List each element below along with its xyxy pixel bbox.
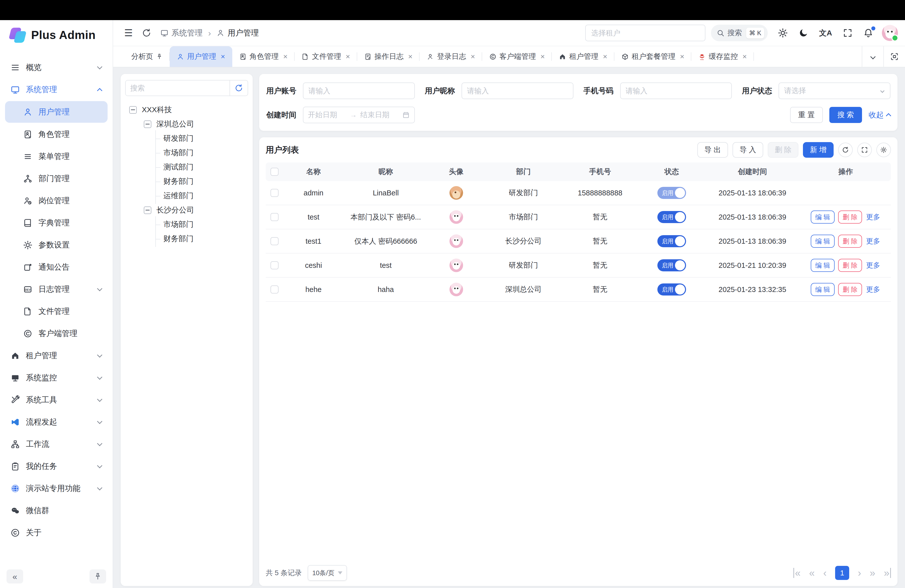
sidebar-item[interactable]: 流程发起 [0,411,113,433]
more-button[interactable]: 更多 [865,235,881,248]
tree-node[interactable]: 财务部门 [125,174,248,189]
sidebar-item[interactable]: 演示站专用功能 [0,477,113,499]
filter-date-range[interactable]: 开始日期 → 结束日期 [303,106,415,123]
table-fullscreen-button[interactable] [857,143,872,157]
tree-collapse-icon[interactable] [144,207,151,214]
tree-node[interactable]: 测试部门 [125,160,248,174]
tab[interactable]: 角色管理 × [232,46,295,67]
tab[interactable]: 分析页 [124,46,170,67]
tab[interactable]: 文件管理 × [295,46,357,67]
tab-close-icon[interactable]: × [346,52,350,61]
tab-close-icon[interactable]: × [221,52,225,61]
tree-node[interactable]: 长沙分公司 [125,203,248,217]
app-logo[interactable]: Plus Admin [0,20,113,50]
sidebar-item[interactable]: 系统管理 [0,78,113,100]
table-settings-button[interactable] [876,143,891,157]
tree-node[interactable]: 深圳总公司 [125,117,248,131]
tab-close-icon[interactable]: × [680,52,684,61]
hamburger-icon[interactable]: ☰ [124,27,133,38]
status-toggle[interactable]: 启用 [657,211,686,223]
table-refresh-button[interactable] [838,143,853,157]
tree-collapse-icon[interactable] [129,106,137,114]
jump-back-button[interactable]: « [809,568,815,578]
row-checkbox[interactable] [270,213,279,221]
sidebar-item[interactable]: 工作流 [0,433,113,455]
sidebar-item[interactable]: 租户管理 [0,345,113,367]
filter-nickname-input[interactable] [462,83,573,99]
tree-refresh-button[interactable] [230,81,248,95]
sidebar-item[interactable]: 微信群 [0,499,113,521]
more-button[interactable]: 更多 [865,210,881,224]
dark-mode-moon-icon[interactable] [799,28,808,38]
tab-close-icon[interactable]: × [603,52,607,61]
sidebar-item[interactable]: DEV 日志管理 [0,278,113,300]
tree-node[interactable]: 市场部门 [125,217,248,232]
row-checkbox[interactable] [270,237,279,245]
tab[interactable]: 用户管理 × [170,46,232,67]
edit-button[interactable]: 编 辑 [811,283,835,296]
delete-button[interactable]: 删 除 [768,142,799,158]
status-toggle[interactable]: 启用 [657,187,686,199]
sidebar-item[interactable]: 菜单管理 [0,145,113,167]
tabs-dropdown-button[interactable] [862,46,883,67]
tree-collapse-icon[interactable] [144,121,151,128]
more-button[interactable]: 更多 [865,259,881,272]
sidebar-item[interactable]: 系统工具 [0,389,113,411]
sidebar-item[interactable]: 角色管理 [0,123,113,145]
sidebar-item[interactable]: 岗位管理 [0,190,113,212]
pin-icon[interactable] [156,53,163,60]
sidebar-item[interactable]: 通知公告 [0,256,113,278]
tree-node[interactable]: 市场部门 [125,146,248,160]
language-translate-icon[interactable]: 文A [819,28,832,38]
row-delete-button[interactable]: 删 除 [838,235,862,248]
tab-close-icon[interactable]: × [742,52,747,61]
notification-bell-icon[interactable] [863,28,873,38]
sidebar-item[interactable]: 关于 [0,521,113,544]
tree-node[interactable]: XXX科技 [125,103,248,117]
sidebar-item[interactable]: 字典管理 [0,212,113,234]
row-checkbox[interactable] [270,261,279,269]
import-button[interactable]: 导 入 [732,142,763,158]
filter-status-select[interactable]: 请选择 [778,83,891,99]
tab-close-icon[interactable]: × [471,52,475,61]
status-toggle[interactable]: 启用 [657,235,686,247]
tab[interactable]: 租户套餐管理 × [614,46,692,67]
sidebar-item[interactable]: 文件管理 [0,300,113,323]
export-button[interactable]: 导 出 [697,142,728,158]
status-toggle[interactable]: 启用 [657,259,686,271]
content-fullscreen-button[interactable] [883,46,905,67]
sidebar-pin-button[interactable] [89,569,106,583]
collapse-filters-link[interactable]: 收起 [868,110,891,120]
prev-page-button[interactable]: ‹ [823,568,827,578]
global-search[interactable]: 搜索 ⌘ K [711,25,768,41]
tab[interactable]: 租户管理 × [552,46,614,67]
last-page-button[interactable]: » [884,568,891,578]
row-delete-button[interactable]: 删 除 [838,210,862,224]
edit-button[interactable]: 编 辑 [811,259,835,272]
row-delete-button[interactable]: 删 除 [838,283,862,296]
edit-button[interactable]: 编 辑 [811,210,835,224]
current-page-button[interactable]: 1 [835,566,849,580]
tab[interactable]: 客户端管理 × [482,46,552,67]
sidebar-item[interactable]: 客户端管理 [0,323,113,345]
search-button[interactable]: 搜 索 [829,107,862,123]
settings-gear-icon[interactable] [778,28,788,38]
row-checkbox[interactable] [270,189,279,197]
row-checkbox[interactable] [270,286,279,294]
next-page-button[interactable]: › [858,568,861,578]
tree-node[interactable]: 财务部门 [125,232,248,246]
breadcrumb-item-current[interactable]: 用户管理 [227,28,259,38]
reset-button[interactable]: 重 置 [790,107,823,123]
page-size-select[interactable]: 10条/页 [308,565,347,581]
sidebar-item[interactable]: 我的任务 [0,455,113,477]
tenant-select-input[interactable] [585,25,705,41]
user-avatar[interactable] [882,25,898,41]
tree-node[interactable]: 研发部门 [125,131,248,146]
sidebar-item[interactable]: 系统监控 [0,367,113,389]
sidebar-item[interactable]: 用户管理 [5,101,108,123]
first-page-button[interactable]: « [793,568,800,578]
tab[interactable]: 操作日志 × [357,46,420,67]
select-all-checkbox[interactable] [270,168,279,176]
refresh-icon[interactable] [142,28,151,38]
tab[interactable]: 登录日志 × [419,46,482,67]
